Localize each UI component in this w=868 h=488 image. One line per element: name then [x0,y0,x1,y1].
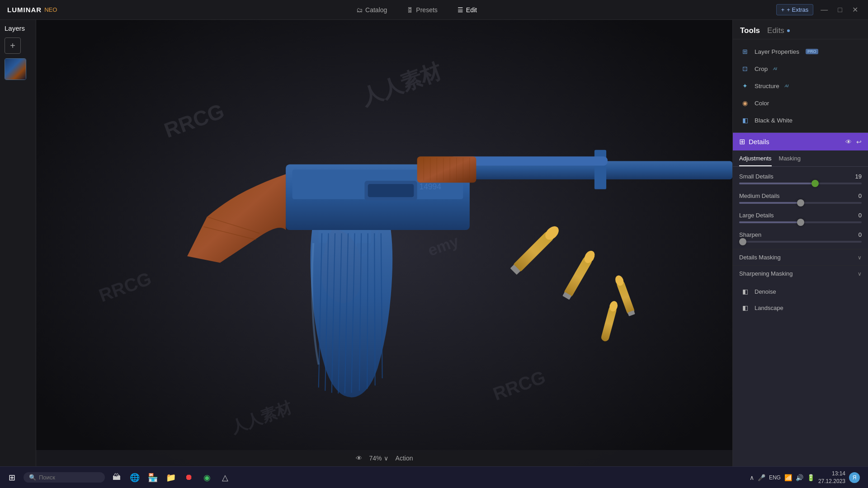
svg-line-35 [367,233,368,389]
tray-user-circle[interactable]: Я [849,472,860,483]
maximize-button[interactable]: □ [835,6,845,14]
small-details-track[interactable] [739,183,862,184]
details-visibility-icon[interactable]: 👁 [845,138,852,145]
catalog-icon: 🗂 [356,6,363,14]
canvas-visibility-toggle[interactable]: 👁 [356,455,362,462]
details-body: Small Details 19 Medium Details 0 [733,167,868,249]
ai-badge-structure: AI [785,84,789,88]
tool-black-white[interactable]: ◧ Black & White [733,112,868,129]
minimize-button[interactable]: — [818,6,830,14]
medium-details-track[interactable] [739,202,862,204]
tab-tools[interactable]: Tools [740,26,760,35]
details-reset-icon[interactable]: ↩ [856,138,862,145]
sharpen-value: 0 [851,231,862,238]
taskbar-icon-store[interactable]: 🏪 [145,469,161,486]
slider-large-details: Large Details 0 [739,212,862,223]
bottom-tools: ◧ Denoise ◧ Landscape [733,282,868,318]
taskbar-icon-green[interactable]: ◉ [199,469,215,486]
taskbar: ⊞ 🔍 🏔 🌐 🏪 📁 ⏺ ◉ △ ∧ 🎤 ENG 📶 🔊 [0,466,868,488]
nav-catalog[interactable]: 🗂 Catalog [352,5,392,15]
logo-luminar: LUMINAR [7,6,42,14]
small-details-label: Small Details [739,173,774,180]
right-panel-header: Tools Edits [733,20,868,39]
details-masking-label: Details Masking [739,254,781,261]
tray-wifi-icon[interactable]: 📶 [784,474,792,481]
denoise-icon: ◧ [740,286,750,296]
tab-adjustments[interactable]: Adjustments [739,155,772,166]
sharpen-thumb[interactable] [739,238,746,245]
taskbar-icon-files[interactable]: 📁 [163,469,179,486]
medium-details-value: 0 [851,192,862,199]
tool-color[interactable]: ◉ Color [733,94,868,112]
svg-rect-11 [417,156,476,183]
topbar-right: + + Extras — □ ✕ [776,4,861,15]
taskbar-icon-luminar[interactable]: △ [217,469,233,486]
details-masking-section[interactable]: Details Masking ∨ [733,249,868,265]
sharpen-track[interactable] [739,241,862,243]
action-label: Action [396,455,413,462]
nav-presets[interactable]: 🎛 Presets [402,5,442,15]
medium-details-label: Medium Details [739,192,780,199]
taskbar-icon-explorer[interactable]: 🏔 [108,469,125,486]
pro-badge: PRO [806,49,818,54]
large-details-thumb[interactable] [797,219,804,226]
medium-details-fill [739,202,801,204]
topbar-left: LUMINAR NEO [7,6,57,14]
close-button[interactable]: ✕ [849,5,861,14]
extras-button[interactable]: + + Extras [776,4,814,15]
tool-structure[interactable]: ✦ Structure AI [733,77,868,94]
layer-thumb-image [5,59,26,80]
bw-label: Black & White [755,117,793,124]
structure-icon: ✦ [740,81,750,91]
taskbar-search-bar[interactable]: 🔍 [24,472,105,483]
large-details-track[interactable] [739,221,862,223]
tool-layer-properties[interactable]: ⊞ Layer Properties PRO [733,43,868,60]
tray-lang[interactable]: ENG [769,474,781,481]
slider-small-details: Small Details 19 [739,173,862,184]
slider-medium-details: Medium Details 0 [739,192,862,204]
search-icon: 🔍 [29,474,36,481]
nav-edit[interactable]: ☰ Edit [453,5,481,15]
details-title-block: ⊞ Details [739,137,769,146]
taskbar-icon-record[interactable]: ⏺ [181,469,197,486]
tab-masking[interactable]: Masking [779,155,801,166]
sharpening-masking-label: Sharpening Masking [739,270,793,277]
small-details-thumb[interactable] [811,180,819,187]
crop-icon: ⊡ [740,64,750,74]
tools-list: ⊞ Layer Properties PRO ⊡ Crop AI ✦ Struc… [733,39,868,132]
medium-details-thumb[interactable] [797,199,804,206]
topbar: LUMINAR NEO 🗂 Catalog 🎛 Presets ☰ Edit +… [0,0,868,20]
catalog-label: Catalog [365,6,387,14]
taskbar-pinned-icons: 🏔 🌐 🏪 📁 ⏺ ◉ △ [108,469,233,486]
edits-dot [787,29,790,32]
zoom-chevron: ∨ [384,455,388,462]
sharpening-masking-section[interactable]: Sharpening Masking ∨ [733,265,868,282]
slider-sharpen-row: Sharpen 0 [739,231,862,238]
canvas-toolbar: 👁 74% ∨ Action [36,450,732,466]
search-input[interactable] [39,474,93,481]
layer-properties-icon: ⊞ [740,47,750,56]
tool-landscape[interactable]: ◧ Landscape [733,300,868,316]
tab-edits[interactable]: Edits [767,26,784,35]
tray-volume-icon[interactable]: 🔊 [796,474,803,481]
start-button[interactable]: ⊞ [4,469,20,486]
tray-up-icon[interactable]: ∧ [750,474,754,481]
canvas-area[interactable]: 14994 [36,20,732,466]
taskbar-icon-browser[interactable]: 🌐 [127,469,143,486]
sharpen-label: Sharpen [739,231,761,238]
action-button[interactable]: Action [396,455,413,462]
zoom-control[interactable]: 74% ∨ [369,455,388,462]
svg-rect-8 [368,184,414,197]
taskbar-tray: ∧ 🎤 ENG 📶 🔊 🔋 13:14 27.12.2023 Я [745,470,864,485]
extras-label: + Extras [787,6,808,13]
tray-mic-icon[interactable]: 🎤 [758,474,765,481]
gun-svg: 14994 [36,20,732,466]
bw-icon: ◧ [740,115,750,125]
tray-battery-icon[interactable]: 🔋 [807,474,815,481]
tool-denoise[interactable]: ◧ Denoise [733,283,868,300]
add-layer-button[interactable]: + [5,38,21,54]
layer-thumbnail[interactable] [5,58,26,80]
logo-neo: NEO [44,6,57,13]
tool-crop[interactable]: ⊡ Crop AI [733,60,868,77]
app-green-icon: ◉ [203,473,211,483]
